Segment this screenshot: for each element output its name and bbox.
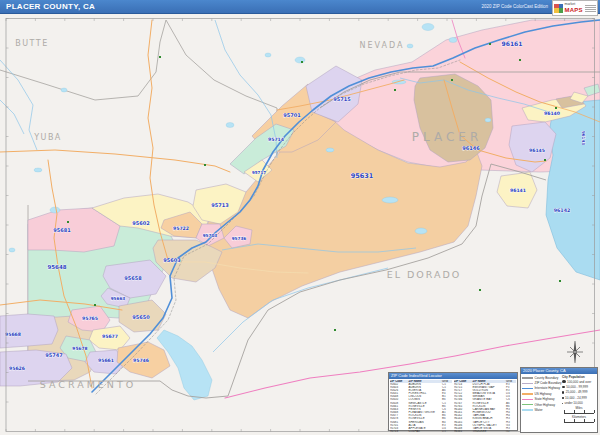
county-label: EL DORADO [387, 269, 462, 280]
zip-label: 96141 [510, 188, 526, 193]
lake [226, 123, 234, 128]
legend-city-item: under 10,000 [562, 401, 596, 406]
zip-label: 95603 [163, 257, 181, 263]
town-marker [559, 280, 561, 282]
scale-bar: Miles [562, 407, 596, 414]
page-title: PLACER COUNTY, CA [0, 2, 95, 11]
town-marker [479, 289, 481, 291]
town-marker [334, 329, 336, 331]
city-dot-icon [562, 391, 564, 393]
city-dot-icon [562, 403, 563, 404]
town-marker [204, 164, 206, 166]
zip-label: 96142 [554, 208, 571, 213]
zip-label: 96145 [529, 148, 545, 153]
lake [61, 88, 67, 92]
lake [392, 80, 406, 84]
zip-label: 95714 [268, 137, 284, 142]
publisher-logo: market MAPS [552, 0, 598, 16]
lake [9, 248, 15, 252]
lake [415, 228, 427, 234]
town-marker [555, 107, 557, 109]
legend-city-item: 100,000 and over [562, 379, 596, 384]
zip-label: 96143 [581, 131, 586, 145]
town-marker [67, 221, 69, 223]
zip-label: 95746 [133, 358, 149, 363]
town-marker [489, 43, 491, 45]
zip-area-95668 [0, 314, 58, 348]
lake [449, 38, 457, 43]
lake [326, 148, 334, 152]
zip-label: 95747 [45, 352, 63, 358]
scale-bar: Kilometers [562, 416, 596, 423]
legend-line-sample-icon [522, 399, 533, 401]
zip-label: 95703 [203, 233, 218, 238]
logo-brand-main: MAPS [565, 7, 583, 13]
lake [422, 24, 434, 31]
zip-label: 95713 [211, 202, 229, 208]
zip-label: 95715 [333, 96, 351, 102]
zip-label: 96161 [502, 40, 523, 47]
city-dot-icon [562, 386, 565, 389]
zip-label: 95722 [173, 226, 189, 231]
zip-label: 95663 [111, 296, 126, 301]
map-page: 9616195631961469564895747956819560295713… [0, 0, 600, 435]
lake [382, 197, 398, 203]
zip-index-column: ZIP CodeZIP NameGrid95714DUTCH FLATE3957… [453, 379, 517, 434]
zip-label: 95658 [124, 275, 142, 281]
legend-line-sample-icon [522, 409, 533, 412]
county-label: NEVADA [360, 41, 405, 50]
legend-line-symbols: County BoundaryZIP Code BoundaryIntersta… [522, 375, 562, 423]
zip-label: 96140 [544, 111, 560, 116]
zip-label: 95626 [9, 366, 25, 371]
zip-label: 95736 [232, 236, 247, 241]
county-label: BUTTE [15, 39, 49, 48]
legend-line-sample-icon [522, 393, 533, 395]
town-marker [519, 59, 521, 61]
title-bar: PLACER COUNTY, CA 2020 ZIP Code ColorCas… [0, 0, 600, 14]
zip-label: 95668 [5, 332, 21, 337]
legend-line-sample-icon [522, 377, 533, 379]
zip-label: 95650 [132, 314, 150, 320]
county-zip-map: 9616195631961469564895747956819560295713… [0, 0, 600, 435]
lake [295, 57, 305, 63]
zip-label: 95602 [132, 220, 150, 226]
town-marker [394, 89, 396, 91]
lake [407, 44, 413, 48]
zip-label: 95677 [102, 334, 118, 339]
town-marker [544, 159, 546, 161]
zip-label: 95701 [283, 112, 301, 118]
zip-index-body: ZIP CodeZIP NameGrid95602AUBURNC595603AU… [389, 379, 517, 434]
legend-line-sample-icon [522, 388, 533, 390]
zip-label: 95648 [47, 264, 66, 270]
lake [50, 207, 60, 213]
county-label: YUBA [33, 133, 62, 142]
zip-index-column: ZIP CodeZIP NameGrid95602AUBURNC595603AU… [389, 379, 453, 434]
zip-label: 96146 [462, 145, 480, 151]
map-logo-icon [554, 4, 563, 13]
legend-city-symbols: City Population100,000 and over50,000 - … [562, 375, 596, 423]
zip-index-table: ZIP Code Index/Grid Locator ZIP CodeZIP … [388, 372, 518, 431]
logo-fineprint [585, 5, 596, 12]
town-marker [451, 79, 453, 81]
town-marker [301, 61, 303, 63]
compass-rose-icon [574, 351, 576, 353]
zip-label: 95717 [252, 170, 266, 175]
town-marker [94, 304, 96, 306]
county-label: SACRAMENTO [40, 379, 136, 390]
lake [34, 168, 42, 172]
legend-line-sample-icon [522, 383, 533, 384]
edition-label: 2020 ZIP Code ColorCast Edition [482, 4, 548, 9]
lake [265, 53, 271, 57]
zip-label: 95661 [98, 358, 114, 363]
zip-index-row: 95713COLFAXD3 [390, 430, 452, 433]
zip-label: 95678 [72, 346, 87, 351]
zip-index-row: 96161TRUCKEEG2 [454, 430, 516, 433]
town-marker [159, 56, 161, 58]
zip-label: 95681 [53, 227, 71, 233]
city-dot-icon [562, 397, 564, 399]
zip-label: 95765 [82, 316, 98, 321]
county-label: PLACER [412, 130, 483, 144]
city-dot-icon [562, 380, 566, 384]
zip-label: 95631 [351, 172, 374, 180]
legend-line-sample-icon [522, 404, 533, 405]
